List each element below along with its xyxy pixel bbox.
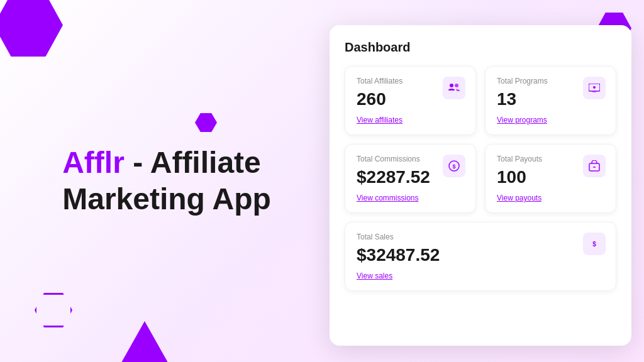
brand-name: Afflr bbox=[62, 146, 125, 179]
stat-value-sales: $32487.52 bbox=[357, 245, 604, 265]
stats-grid: Total Affiliates 260 View affiliates Tot… bbox=[345, 66, 616, 291]
sales-icon: $ bbox=[583, 233, 606, 255]
stat-card-sales: Total Sales $32487.52 View sales $ bbox=[345, 222, 616, 291]
dashboard-panel: Dashboard Total Affiliates 260 View affi… bbox=[330, 25, 631, 346]
view-sales-link[interactable]: View sales bbox=[357, 272, 604, 280]
svg-text:$: $ bbox=[592, 241, 596, 248]
view-programs-link[interactable]: View programs bbox=[497, 116, 604, 124]
dashboard-title: Dashboard bbox=[345, 40, 616, 55]
commissions-icon: $ bbox=[443, 155, 465, 177]
stat-label-sales: Total Sales bbox=[357, 233, 604, 241]
programs-icon bbox=[583, 77, 606, 99]
svg-point-1 bbox=[593, 86, 596, 89]
stat-card-programs: Total Programs 13 View programs bbox=[485, 66, 616, 135]
view-payouts-link[interactable]: View payouts bbox=[497, 194, 604, 202]
svg-text:$: $ bbox=[452, 163, 455, 170]
stat-card-payouts: Total Payouts 100 View payouts bbox=[485, 144, 616, 213]
hero-panel: Afflr - AffiliateMarketing App bbox=[0, 0, 333, 362]
view-commissions-link[interactable]: View commissions bbox=[357, 194, 464, 202]
view-affiliates-link[interactable]: View affiliates bbox=[357, 116, 464, 124]
stat-card-affiliates: Total Affiliates 260 View affiliates bbox=[345, 66, 476, 135]
affiliates-icon bbox=[443, 77, 465, 99]
hero-title: Afflr - AffiliateMarketing App bbox=[62, 145, 271, 217]
payouts-icon bbox=[583, 155, 606, 177]
svg-rect-2 bbox=[592, 91, 596, 92]
stat-card-commissions: Total Commissions $2287.52 View commissi… bbox=[345, 144, 476, 213]
